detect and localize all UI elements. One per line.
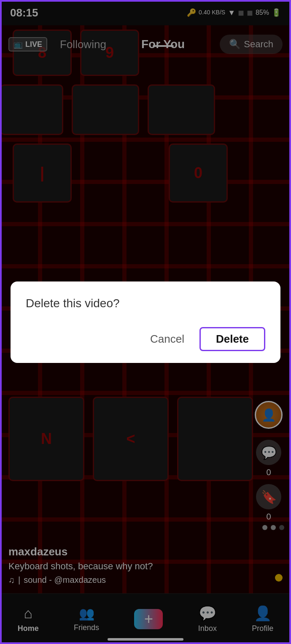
dialog-overlay[interactable]: Delete this video? Cancel Delete: [0, 0, 291, 644]
dialog-title: Delete this video?: [26, 297, 265, 310]
cancel-button[interactable]: Cancel: [143, 329, 191, 349]
delete-button[interactable]: Delete: [199, 327, 265, 351]
dialog-actions: Cancel Delete: [26, 327, 265, 351]
delete-dialog: Delete this video? Cancel Delete: [11, 281, 280, 363]
